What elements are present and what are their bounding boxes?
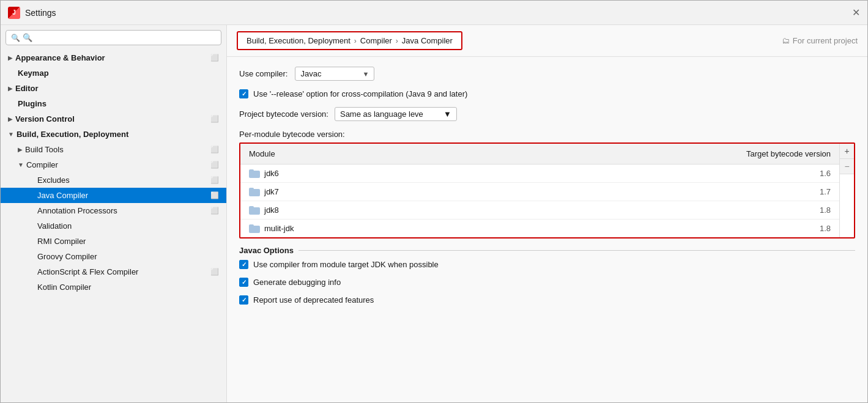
td-module-mulit: mulit-jdk: [240, 222, 717, 235]
sidebar-item-plugins[interactable]: Plugins: [1, 96, 226, 111]
settings-window: J Settings ✕ 🔍 ▶ Appearance & Behavior ⬜: [0, 0, 868, 403]
search-box[interactable]: 🔍: [6, 30, 221, 45]
breadcrumb-item-2: Compiler: [360, 36, 392, 45]
javac-option-2-label: Generate debugging info: [253, 278, 341, 287]
add-module-button[interactable]: +: [840, 144, 854, 159]
check-icon: ✓: [242, 297, 247, 303]
check-icon: ✓: [242, 91, 247, 97]
copy-icon-appearance: ⬜: [210, 54, 219, 62]
td-module-jdk7: jdk7: [240, 185, 717, 198]
td-module-jdk8: jdk8: [240, 204, 717, 216]
sidebar-item-build-exec[interactable]: ▼ Build, Execution, Deployment: [1, 127, 226, 142]
sidebar: 🔍 ▶ Appearance & Behavior ⬜ Keymap ▶: [1, 25, 227, 402]
close-button[interactable]: ✕: [852, 7, 860, 18]
sidebar-label-compiler: Compiler: [26, 160, 210, 169]
expand-arrow-build: ▼: [8, 131, 14, 138]
sidebar-item-compiler[interactable]: ▼ Compiler ⬜: [1, 157, 226, 172]
folder-icon: [249, 206, 260, 215]
sidebar-item-rmi[interactable]: RMI Compiler: [1, 234, 226, 249]
sidebar-label-java-compiler: Java Compiler: [37, 191, 210, 200]
table-row[interactable]: jdk7 1.7: [240, 183, 839, 201]
sidebar-item-appearance[interactable]: ▶ Appearance & Behavior ⬜: [1, 50, 226, 65]
bytecode-dropdown[interactable]: Same as language leve ▼: [335, 107, 457, 121]
sidebar-item-validation[interactable]: Validation: [1, 218, 226, 234]
titlebar-left: J Settings: [8, 7, 56, 19]
copy-icon-compiler: ⬜: [210, 161, 219, 169]
bytecode-row: Project bytecode version: Same as langua…: [239, 107, 855, 121]
project-icon: 🗂: [782, 36, 790, 45]
table-row[interactable]: mulit-jdk 1.8: [240, 220, 839, 237]
bytecode-value: Same as language leve: [340, 109, 423, 119]
javac-option-3-label: Report use of deprecated features: [253, 295, 374, 305]
sidebar-items: ▶ Appearance & Behavior ⬜ Keymap ▶ Edito…: [1, 50, 226, 402]
release-option-label: Use '--release' option for cross-compila…: [253, 89, 467, 98]
breadcrumb: Build, Execution, Deployment › Compiler …: [237, 31, 462, 50]
sidebar-item-java-compiler[interactable]: Java Compiler ⬜: [1, 188, 226, 203]
breadcrumb-bar: Build, Execution, Deployment › Compiler …: [227, 25, 867, 57]
compiler-dropdown[interactable]: Javac ▼: [295, 67, 374, 81]
compiler-value: Javac: [300, 69, 321, 78]
copy-icon-actionscript: ⬜: [210, 268, 219, 276]
release-option-row: ✓ Use '--release' option for cross-compi…: [239, 89, 855, 98]
sidebar-item-build-tools[interactable]: ▶ Build Tools ⬜: [1, 142, 226, 157]
sidebar-item-annotation[interactable]: Annotation Processors ⬜: [1, 203, 226, 218]
copy-icon-excludes: ⬜: [210, 176, 219, 184]
check-icon: ✓: [242, 261, 247, 268]
folder-icon: [249, 188, 260, 196]
breadcrumb-item-1: Build, Execution, Deployment: [247, 36, 351, 45]
sidebar-label-editor: Editor: [15, 84, 219, 93]
module-name-jdk6: jdk6: [264, 169, 279, 178]
bytecode-dropdown-arrow: ▼: [443, 109, 451, 119]
folder-icon: [249, 169, 260, 178]
javac-section-title: Javac Options: [239, 246, 855, 255]
javac-option-1-checkbox[interactable]: ✓: [239, 260, 248, 269]
sidebar-label-vc: Version Control: [15, 114, 210, 124]
sidebar-item-kotlin[interactable]: Kotlin Compiler: [1, 279, 226, 295]
expand-arrow-vc: ▶: [8, 116, 13, 122]
sidebar-label-plugins: Plugins: [18, 99, 219, 108]
check-icon: ✓: [242, 279, 247, 286]
sidebar-item-keymap[interactable]: Keymap: [1, 65, 226, 81]
release-option-checkbox[interactable]: ✓: [239, 89, 248, 98]
use-compiler-row: Use compiler: Javac ▼: [239, 67, 855, 81]
breadcrumb-sep-2: ›: [396, 37, 398, 45]
table-row[interactable]: jdk6 1.6: [240, 165, 839, 183]
expand-arrow-compiler: ▼: [18, 161, 24, 168]
sidebar-item-groovy[interactable]: Groovy Compiler: [1, 249, 226, 264]
table-action-buttons: + −: [839, 144, 854, 237]
javac-option-2-checkbox[interactable]: ✓: [239, 278, 248, 287]
sidebar-label-validation: Validation: [37, 221, 219, 231]
sidebar-item-excludes[interactable]: Excludes ⬜: [1, 172, 226, 188]
module-name-mulit: mulit-jdk: [264, 224, 294, 233]
sidebar-item-version-control[interactable]: ▶ Version Control ⬜: [1, 111, 226, 127]
javac-option-1-label: Use compiler from module target JDK when…: [253, 260, 439, 269]
expand-arrow-editor: ▶: [8, 85, 13, 92]
td-version-jdk8: 1.8: [717, 204, 839, 216]
sidebar-label-keymap: Keymap: [18, 68, 219, 78]
remove-module-button[interactable]: −: [840, 159, 854, 174]
table-row[interactable]: jdk8 1.8: [240, 201, 839, 220]
app-icon: J: [8, 7, 20, 19]
copy-icon-bt: ⬜: [210, 146, 219, 153]
use-compiler-label: Use compiler:: [239, 69, 287, 78]
for-project-label: For current project: [793, 36, 858, 45]
javac-section: Javac Options ✓ Use compiler from module…: [239, 246, 855, 305]
module-name-jdk8: jdk8: [264, 205, 279, 215]
search-input[interactable]: [23, 33, 216, 42]
sidebar-label-kotlin: Kotlin Compiler: [37, 283, 219, 292]
expand-arrow-bt: ▶: [18, 146, 23, 153]
module-table-container: Module Target bytecode version jdk6: [239, 142, 855, 238]
compiler-dropdown-arrow: ▼: [363, 70, 369, 78]
td-version-jdk7: 1.7: [717, 185, 839, 198]
sidebar-item-actionscript[interactable]: ActionScript & Flex Compiler ⬜: [1, 264, 226, 279]
copy-icon-annotation: ⬜: [210, 207, 219, 215]
td-version-jdk6: 1.6: [717, 167, 839, 180]
javac-option-3-checkbox[interactable]: ✓: [239, 295, 248, 305]
sidebar-label-build: Build, Execution, Deployment: [17, 130, 219, 139]
titlebar: J Settings ✕: [1, 1, 867, 25]
javac-option-3-row: ✓ Report use of deprecated features: [239, 295, 855, 305]
sidebar-item-editor[interactable]: ▶ Editor: [1, 81, 226, 96]
module-table: Module Target bytecode version jdk6: [240, 144, 839, 237]
td-module-jdk6: jdk6: [240, 167, 717, 180]
sidebar-label-actionscript: ActionScript & Flex Compiler: [37, 267, 210, 276]
